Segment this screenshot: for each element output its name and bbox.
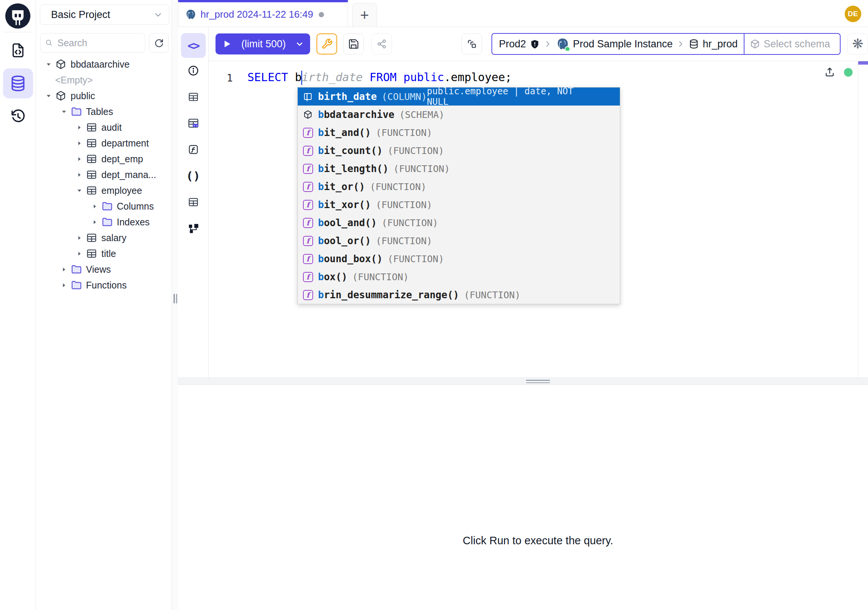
- side-toolbar-schema-diagram[interactable]: [184, 219, 202, 237]
- play-icon: [222, 39, 232, 49]
- results-placeholder: Click Run to execute the query.: [208, 534, 868, 547]
- connection-path[interactable]: Prod2 Prod Sample Instance hr_prod: [492, 37, 744, 51]
- folder-icon: [71, 279, 82, 291]
- caret-down-icon[interactable]: [60, 108, 68, 115]
- tree-item-views[interactable]: Views: [36, 261, 171, 277]
- connection-breadcrumb[interactable]: Prod2 Prod Sample Instance hr_prod Selec…: [491, 33, 841, 55]
- file-code-icon: [10, 42, 26, 59]
- suggestion-bit_or[interactable]: fbit_or()(FUNCTION): [298, 178, 620, 196]
- caret-right-icon[interactable]: [91, 218, 98, 226]
- splitter-handle[interactable]: [526, 380, 550, 383]
- tree-item-indexes[interactable]: Indexes: [36, 214, 171, 230]
- side-toolbar-table-detail[interactable]: [184, 88, 202, 106]
- code-content[interactable]: SELECT birth_date FROM public.employee;: [247, 71, 512, 85]
- run-button[interactable]: (limit 500): [215, 33, 310, 54]
- tree-item-tables[interactable]: Tables: [36, 104, 171, 120]
- ai-assistant-button[interactable]: ❋: [847, 33, 868, 54]
- tree-item-public[interactable]: public: [36, 88, 171, 104]
- suggestion-bit_xor[interactable]: fbit_xor()(FUNCTION): [298, 196, 620, 214]
- caret-right-icon[interactable]: [76, 155, 83, 163]
- suggestion-bit_count[interactable]: fbit_count()(FUNCTION): [298, 141, 620, 160]
- table-icon: [86, 122, 97, 133]
- postgres-icon: [185, 9, 196, 20]
- suggestion-kind: (FUNCTION): [388, 253, 444, 264]
- tab-hr-prod[interactable]: hr_prod 2024-11-22 16:49: [178, 0, 348, 27]
- panel-resize-gutter[interactable]: [172, 0, 178, 610]
- tree-item-department[interactable]: department: [36, 135, 171, 151]
- editor-overview-ruler[interactable]: [858, 61, 868, 377]
- suggestion-bbdataarchive[interactable]: bbdataarchive(SCHEMA): [298, 106, 620, 124]
- tree-item-title[interactable]: title: [36, 246, 171, 261]
- caret-right-icon[interactable]: [76, 234, 83, 242]
- refresh-button[interactable]: [149, 33, 169, 53]
- suggestion-bound_box[interactable]: fbound_box()(FUNCTION): [298, 250, 620, 268]
- explorer-search-row: [40, 33, 169, 53]
- side-toolbar-functions[interactable]: [184, 140, 202, 158]
- share-button[interactable]: [371, 33, 392, 54]
- code-segment: irth_date: [302, 71, 363, 84]
- suggestion-brin_desummarize_range[interactable]: fbrin_desummarize_range()(FUNCTION): [298, 286, 620, 304]
- caret-right-icon[interactable]: [91, 202, 98, 210]
- side-toolbar-editor[interactable]: <>: [181, 33, 206, 58]
- suggestion-box[interactable]: fbox()(FUNCTION): [298, 268, 620, 286]
- tree-item-bbdataarchive[interactable]: bbdataarchive: [36, 56, 171, 72]
- openai-icon: ❋: [852, 36, 863, 52]
- panel-resize-handle[interactable]: [174, 294, 177, 304]
- project-select[interactable]: Basic Project: [40, 5, 169, 25]
- avatar[interactable]: DE: [845, 6, 861, 22]
- batch-query-button[interactable]: [461, 33, 482, 54]
- tree-item-dept_emp[interactable]: dept_emp: [36, 151, 171, 167]
- caret-right-icon[interactable]: [76, 124, 83, 131]
- rail-item-worksheets[interactable]: [3, 35, 33, 65]
- side-toolbar-table-search[interactable]: [184, 114, 202, 132]
- caret-down-icon[interactable]: [45, 92, 52, 99]
- caret-right-icon[interactable]: [60, 265, 68, 273]
- caret-right-icon[interactable]: [76, 139, 83, 147]
- caret-down-icon[interactable]: [76, 187, 83, 194]
- rail-item-databases[interactable]: [3, 68, 33, 98]
- suggestion-kind: (FUNCTION): [394, 163, 450, 174]
- caret-right-icon[interactable]: [76, 171, 83, 178]
- suggestion-bit_length[interactable]: fbit_length()(FUNCTION): [298, 160, 620, 178]
- side-toolbar-parameters[interactable]: (): [184, 167, 202, 185]
- caret-right-icon[interactable]: [60, 281, 68, 289]
- caret-down-icon[interactable]: [45, 61, 52, 68]
- table-icon: [188, 196, 199, 208]
- caret-right-icon[interactable]: [76, 250, 83, 257]
- new-tab-button[interactable]: +: [352, 3, 377, 27]
- side-toolbar-info[interactable]: [184, 62, 202, 80]
- rail-item-history[interactable]: [3, 101, 33, 132]
- tree-item-employee[interactable]: employee: [36, 183, 171, 198]
- tree-item-audit[interactable]: audit: [36, 120, 171, 135]
- save-button[interactable]: [343, 33, 364, 54]
- cube-icon: [55, 59, 67, 70]
- suggestion-bool_and[interactable]: fbool_and()(FUNCTION): [298, 214, 620, 232]
- code-segment: .employee;: [444, 71, 512, 84]
- tree-item-label: salary: [101, 233, 127, 244]
- tree-item-dept_mana[interactable]: dept_mana...: [36, 167, 171, 183]
- sql-editor[interactable]: 1 SELECT birth_date FROM public.employee…: [178, 61, 868, 377]
- unsaved-indicator: [319, 12, 324, 17]
- tree-item-empty[interactable]: <Empty>: [36, 72, 171, 88]
- history-icon: [10, 108, 26, 125]
- upload-icon[interactable]: [824, 67, 835, 78]
- suggestion-label: box(): [318, 271, 347, 282]
- tree-item-label: Indexes: [117, 217, 150, 228]
- function-icon: f: [302, 253, 313, 264]
- table-icon: [86, 185, 97, 196]
- select-schema-button[interactable]: Select schema: [744, 34, 840, 54]
- suggestion-birth_date[interactable]: birth_date(COLUMN)public.employee | date…: [298, 87, 620, 106]
- format-sql-button[interactable]: [316, 33, 337, 54]
- results-splitter[interactable]: [178, 377, 868, 385]
- code-line-1[interactable]: 1 SELECT birth_date FROM public.employee…: [209, 70, 868, 86]
- suggestion-bool_or[interactable]: fbool_or()(FUNCTION): [298, 232, 620, 250]
- search-input[interactable]: [57, 37, 140, 49]
- suggestion-bit_and[interactable]: fbit_and()(FUNCTION): [298, 124, 620, 141]
- tree-item-functions[interactable]: Functions: [36, 277, 171, 293]
- tree-item-columns[interactable]: Columns: [36, 198, 171, 214]
- search-box[interactable]: [40, 33, 145, 53]
- side-toolbar-sheets[interactable]: [184, 193, 202, 211]
- folder-icon: [71, 106, 82, 117]
- bytebase-logo-icon[interactable]: [4, 2, 31, 29]
- tree-item-salary[interactable]: salary: [36, 230, 171, 246]
